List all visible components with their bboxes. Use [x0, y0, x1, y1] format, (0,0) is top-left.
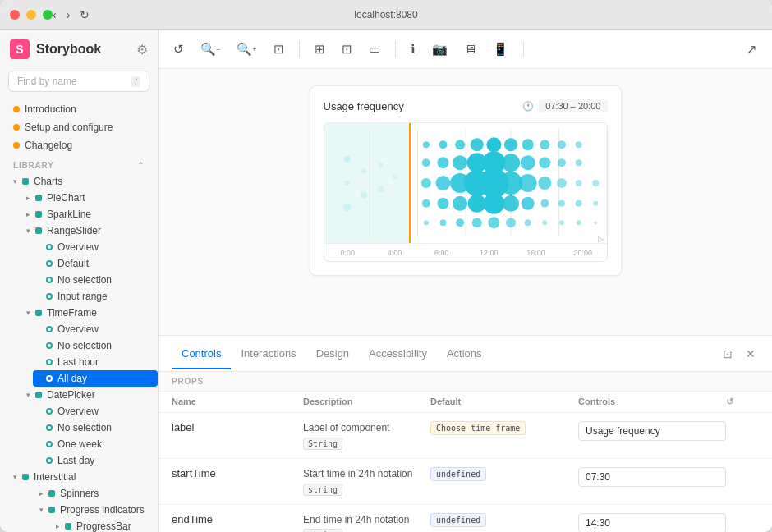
item-label: RangeSlider — [47, 225, 101, 236]
dot-icon — [46, 457, 53, 464]
zoom-out-button[interactable]: 🔍− — [195, 39, 225, 60]
sidebar-item-piechart[interactable]: ▸ PieChart — [13, 190, 158, 206]
leaf-label: Last day — [57, 455, 94, 466]
zoom-in-button[interactable]: 🔍+ — [232, 39, 261, 60]
svg-point-61 — [506, 218, 516, 227]
sidebar-item-progress[interactable]: ▾ Progress indicators — [26, 502, 158, 518]
control-input-endtime[interactable] — [578, 513, 726, 532]
leaf-label: No selection — [57, 274, 112, 286]
sidebar-item-timeframe-overview[interactable]: Overview — [33, 321, 158, 337]
group-label: Charts — [34, 176, 62, 187]
tab-actions[interactable]: Actions — [437, 337, 492, 369]
leaf-label: Input range — [57, 291, 108, 302]
sidebar-item-sparkline[interactable]: ▸ SparkLine — [13, 206, 158, 222]
search-input[interactable]: Find by name / — [8, 71, 149, 92]
tab-design[interactable]: Design — [306, 337, 359, 369]
expand-panel-button[interactable]: ⊡ — [719, 344, 736, 364]
leaf-label: All day — [57, 373, 87, 384]
traffic-lights — [10, 10, 53, 20]
screenshot-button[interactable]: 📷 — [427, 39, 453, 60]
sidebar-item-setup[interactable]: Setup and configure — [0, 118, 158, 136]
default-badge: Choose time frame — [430, 421, 526, 435]
expand-icon: ▾ — [39, 506, 44, 514]
desktop-button[interactable]: 🖥 — [459, 39, 481, 59]
zoom-reset-button[interactable]: ⊡ — [269, 39, 289, 60]
controls-table: PROPS Name Description Default Controls … — [159, 372, 772, 532]
sidebar-item-datepicker-lastday[interactable]: Last day — [33, 452, 158, 469]
group-icon — [22, 474, 29, 480]
leaf-label: Overview — [57, 323, 99, 335]
item-label: Spinners — [60, 488, 99, 499]
sidebar-item-timeframe-noselection[interactable]: No selection — [33, 337, 158, 354]
sidebar-item-timeframe[interactable]: ▾ TimeFrame — [13, 305, 158, 321]
svg-point-30 — [520, 155, 535, 170]
svg-point-14 — [422, 141, 429, 148]
svg-point-53 — [558, 200, 564, 207]
tab-accessibility[interactable]: Accessibility — [359, 337, 437, 369]
expand-icon: ▾ — [26, 391, 30, 399]
item-label: DatePicker — [47, 389, 95, 401]
control-input-starttime[interactable] — [578, 467, 726, 487]
sidebar-item-interstitial[interactable]: ▾ Interstitial — [0, 469, 158, 485]
sidebar-item-rangeslider-noselection[interactable]: No selection — [33, 272, 158, 288]
settings-icon[interactable]: ⚙ — [136, 42, 148, 57]
svg-point-21 — [540, 140, 549, 149]
info-button[interactable]: ℹ — [406, 39, 420, 60]
sidebar-item-introduction[interactable]: Introduction — [0, 100, 158, 118]
grid-view-button[interactable]: ⊞ — [310, 39, 330, 60]
x-axis: 0:00 4:00 8:00 12:00 16:00 20:00 — [324, 243, 607, 261]
sidebar-item-timeframe-lasthour[interactable]: Last hour — [33, 354, 158, 370]
table-row: label Label of component String Choose t… — [159, 413, 772, 459]
collapse-library-button[interactable]: ⌃ — [137, 161, 145, 170]
sidebar-item-rangeslider-default[interactable]: Default — [33, 255, 158, 272]
svg-point-19 — [504, 138, 517, 151]
control-input-label[interactable] — [578, 421, 726, 441]
tab-controls[interactable]: Controls — [172, 337, 231, 369]
sidebar-item-datepicker-overview[interactable]: Overview — [33, 403, 158, 420]
svg-point-20 — [522, 139, 533, 150]
dot-icon — [46, 260, 53, 267]
tab-interactions[interactable]: Interactions — [231, 337, 306, 369]
svg-point-64 — [558, 220, 563, 225]
search-shortcut: / — [131, 76, 140, 87]
forward-button[interactable]: › — [63, 7, 74, 23]
mobile-button[interactable]: 📱 — [488, 39, 513, 60]
leaf-label: Default — [57, 258, 89, 269]
close-button[interactable] — [10, 10, 20, 20]
default-badge: undefined — [430, 513, 486, 527]
share-button[interactable]: ↗ — [742, 39, 762, 60]
sidebar-item-datepicker-noselection[interactable]: No selection — [33, 420, 158, 436]
refresh-button[interactable]: ↺ — [168, 39, 189, 60]
sidebar-item-datepicker-oneweek[interactable]: One week — [33, 436, 158, 452]
sidebar-item-datepicker[interactable]: ▾ DatePicker — [13, 387, 158, 403]
sidebar-item-rangeslider-overview[interactable]: Overview — [33, 239, 158, 255]
svg-point-60 — [488, 217, 499, 228]
svg-point-40 — [518, 174, 536, 192]
frame-button[interactable]: ▭ — [364, 39, 385, 60]
dot-icon — [46, 244, 53, 250]
svg-point-47 — [453, 196, 467, 211]
x-label-8: 8:00 — [418, 249, 465, 257]
sidebar-item-timeframe-allday[interactable]: All day — [33, 370, 158, 387]
sidebar-item-progressbar[interactable]: ▸ ProgressBar — [43, 518, 158, 532]
close-panel-button[interactable]: ✕ — [742, 344, 759, 364]
svg-point-17 — [470, 138, 483, 151]
item-label: Progress indicators — [60, 504, 145, 516]
minimize-button[interactable] — [26, 10, 36, 20]
sidebar-item-rangeslider[interactable]: ▾ RangeSlider — [13, 222, 158, 239]
logo: S Storybook — [10, 39, 101, 59]
reload-button[interactable]: ↻ — [76, 7, 93, 23]
app-window: ‹ › ↻ localhost:8080 S Storybook ⚙ Find … — [0, 0, 772, 532]
back-button[interactable]: ‹ — [49, 7, 60, 23]
sidebar-item-changelog[interactable]: Changelog — [0, 136, 158, 154]
svg-point-6 — [343, 156, 350, 163]
svg-point-12 — [377, 186, 384, 192]
sidebar-item-rangeslider-inputrange[interactable]: Input range — [33, 288, 158, 305]
dot-icon — [46, 408, 53, 415]
svg-point-29 — [502, 154, 520, 172]
sidebar-item-spinners[interactable]: ▸ Spinners — [26, 485, 158, 502]
tabs-row: Controls Interactions Design Accessibili… — [159, 336, 772, 372]
list-view-button[interactable]: ⊡ — [337, 39, 357, 60]
reset-all-icon[interactable]: ↺ — [726, 397, 759, 407]
sidebar-item-charts[interactable]: ▾ Charts — [0, 173, 158, 190]
